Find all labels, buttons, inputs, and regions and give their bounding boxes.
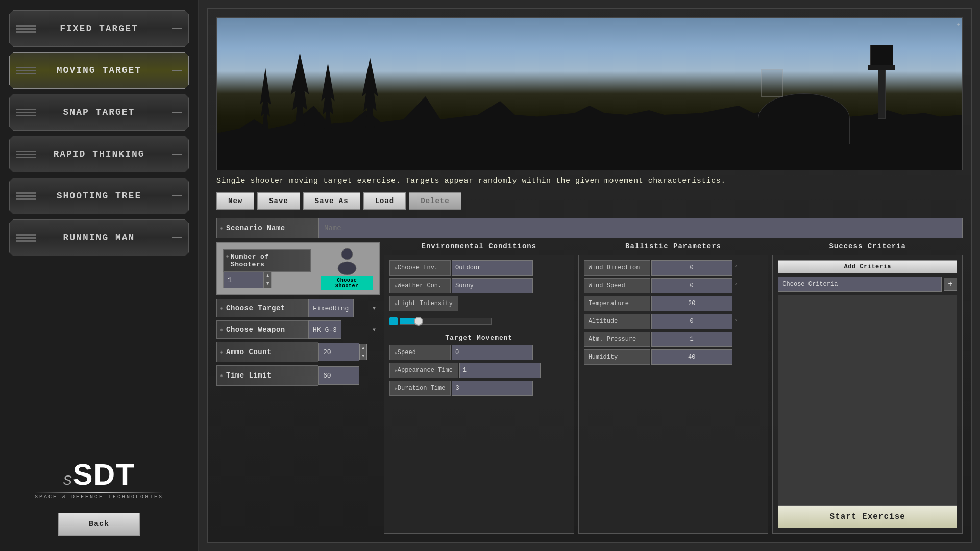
save-as-button[interactable]: Save As <box>303 192 360 210</box>
sidebar-item-moving-target[interactable]: MOVING TARGET <box>9 52 189 89</box>
choose-shooter-button[interactable]: Choose Shooter <box>321 276 373 290</box>
logo-text: SDT <box>73 457 135 491</box>
ammo-down-btn[interactable]: ▼ <box>360 352 366 360</box>
scenario-name-row: Scenario Name <box>216 218 963 238</box>
movement-header: Target Movement <box>389 334 569 342</box>
description-text: Single shooter moving target exercise. T… <box>216 177 963 185</box>
env-col: Environmental Conditions Choose Env. Wea… <box>384 242 574 534</box>
altitude-input[interactable] <box>651 314 732 329</box>
temperature-label: Temperature <box>584 296 650 311</box>
speed-input[interactable] <box>452 345 533 360</box>
wind-speed-input[interactable] <box>651 278 732 293</box>
choose-env-row: Choose Env. <box>389 260 569 276</box>
light-intensity-label: Light Intensity <box>389 296 458 311</box>
slider-thumb[interactable] <box>414 317 423 326</box>
choose-env-label[interactable]: Choose Env. <box>389 260 451 276</box>
shooters-up-btn[interactable]: ▲ <box>264 272 271 280</box>
shooters-block: Number of Shooters ▲ ▼ <box>216 242 380 295</box>
toolbar: New Save Save As Load Delete <box>216 192 963 210</box>
load-button[interactable]: Load <box>363 192 406 210</box>
temperature-input[interactable] <box>651 296 732 311</box>
avatar-area: Choose Shooter <box>321 247 373 290</box>
delete-button[interactable]: Delete <box>409 192 461 210</box>
weather-label[interactable]: Weather Con. <box>389 278 451 293</box>
sidebar-item-running-man[interactable]: RUNNING MAN <box>9 219 189 256</box>
choose-target-row: Choose Target FixedRing <box>216 299 380 317</box>
altitude-label: Altitude <box>584 314 650 329</box>
main-panel: + Single shooter moving target exercise.… <box>199 0 980 551</box>
wind-direction-input[interactable] <box>651 260 732 276</box>
humidity-row: Humidity <box>584 349 763 365</box>
new-button[interactable]: New <box>216 192 254 210</box>
atm-pressure-input[interactable] <box>651 332 732 347</box>
duration-time-label[interactable]: Duration Time <box>389 381 451 396</box>
config-row: Number of Shooters ▲ ▼ <box>216 242 963 534</box>
wind-direction-row: Wind Direction ° <box>584 260 763 276</box>
dome <box>758 93 850 144</box>
altitude-unit: ° <box>734 318 738 324</box>
logo-subtitle: SPACE & DEFENCE TECHNOLOGIES <box>35 494 163 500</box>
choose-target-label: Choose Target <box>216 299 308 317</box>
light-slider[interactable] <box>400 318 492 325</box>
time-limit-row: Time Limit <box>216 365 380 386</box>
success-header: Success Criteria <box>772 242 963 251</box>
wind-direction-label: Wind Direction <box>584 260 650 276</box>
shooters-label: Number of Shooters <box>223 249 311 272</box>
temperature-row: Temperature <box>584 296 763 311</box>
choose-weapon-select[interactable]: HK G-3 <box>308 320 341 339</box>
criteria-add-icon-btn[interactable]: + <box>944 278 957 291</box>
duration-time-input[interactable] <box>452 381 533 396</box>
sidebar-item-snap-target[interactable]: SNAP TARGET <box>9 94 189 131</box>
ammo-up-btn[interactable]: ▲ <box>360 344 366 352</box>
target-silhouette <box>761 69 783 97</box>
cursor-dot: + <box>957 22 960 28</box>
svg-point-1 <box>338 262 356 275</box>
shooters-spinner: ▲ ▼ <box>264 272 272 288</box>
back-button[interactable]: Back <box>58 513 140 536</box>
choose-target-select[interactable]: FixedRing <box>308 299 354 317</box>
tower-pole <box>878 68 886 119</box>
weather-row: Weather Con. <box>389 278 569 293</box>
save-button[interactable]: Save <box>257 192 300 210</box>
duration-time-row: Duration Time <box>389 381 569 396</box>
start-exercise-button[interactable]: Start Exercise <box>778 506 957 528</box>
ballistic-col: Ballistic Parameters Wind Direction ° Wi… <box>578 242 769 534</box>
avatar-icon <box>334 247 360 275</box>
appearance-time-label[interactable]: Appearance Time <box>389 363 458 378</box>
ammo-input[interactable] <box>318 343 359 361</box>
criteria-select-row: Choose Criteria + <box>778 277 957 292</box>
tree-1 <box>258 68 273 129</box>
target-movement: Target Movement Speed Appearance Time Du… <box>389 334 569 396</box>
shooters-count-input[interactable] <box>223 272 264 288</box>
sidebar-item-rapid-thinking[interactable]: RAPID THINKING <box>9 136 189 172</box>
success-col: Success Criteria Add Criteria Choose Cri… <box>772 242 963 534</box>
wind-direction-unit: ° <box>734 265 738 271</box>
altitude-row: Altitude ° <box>584 314 763 329</box>
shooters-down-btn[interactable]: ▼ <box>264 280 271 288</box>
appearance-time-input[interactable] <box>459 363 541 378</box>
time-limit-input[interactable] <box>318 366 359 385</box>
ammo-row: Ammo Count ▲ ▼ <box>216 342 380 362</box>
wind-speed-unit: ° <box>734 283 738 289</box>
speed-label[interactable]: Speed <box>389 345 451 360</box>
sidebar-item-shooting-tree[interactable]: SHOOTING TREE <box>9 178 189 214</box>
appearance-time-row: Appearance Time <box>389 363 569 378</box>
slider-indicator <box>389 317 398 325</box>
ammo-label: Ammo Count <box>216 342 318 362</box>
ballistic-header: Ballistic Parameters <box>578 242 769 251</box>
scenario-name-input[interactable] <box>318 218 963 238</box>
choose-weapon-row: Choose Weapon HK G-3 <box>216 320 380 339</box>
criteria-select[interactable]: Choose Criteria <box>778 277 942 292</box>
tower-platform <box>868 65 895 70</box>
speed-row: Speed <box>389 345 569 360</box>
sidebar-item-fixed-target[interactable]: FIXED TARGET <box>9 10 189 47</box>
weather-input[interactable] <box>452 278 533 293</box>
wind-speed-label: Wind Speed <box>584 278 650 293</box>
atm-pressure-label: Atm. Pressure <box>584 332 650 347</box>
choose-env-input[interactable] <box>452 260 533 276</box>
criteria-list <box>778 295 957 506</box>
light-intensity-row: Light Intensity <box>389 296 569 311</box>
humidity-input[interactable] <box>651 349 732 365</box>
shooters-left: Number of Shooters ▲ ▼ <box>223 249 311 288</box>
add-criteria-button[interactable]: Add Criteria <box>778 260 957 273</box>
